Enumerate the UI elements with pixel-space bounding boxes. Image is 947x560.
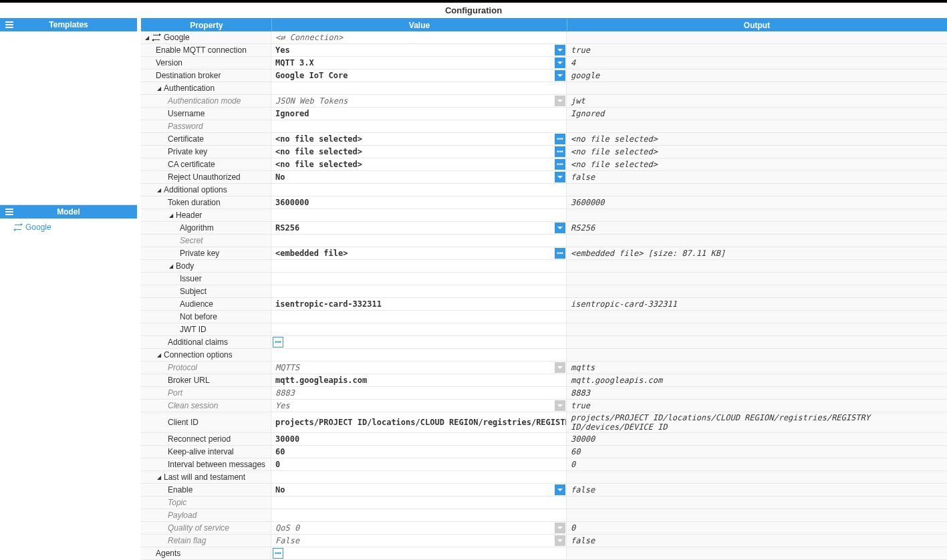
output-cell [567, 184, 947, 196]
value-cell[interactable] [271, 323, 567, 335]
value-cell[interactable] [271, 311, 567, 323]
value-cell[interactable]: Google IoT Core [271, 69, 567, 82]
expand-toggle-icon[interactable]: ◢ [156, 352, 162, 358]
hamburger-icon[interactable] [3, 18, 16, 31]
value-text [271, 189, 566, 190]
value-cell[interactable]: 60 [271, 446, 567, 458]
value-text [271, 88, 566, 89]
dropdown-button[interactable] [555, 45, 565, 55]
value-cell[interactable]: <no file selected>••• [271, 158, 567, 170]
output-cell: 3600000 [567, 196, 947, 208]
property-label: Clean session [168, 401, 218, 410]
expand-toggle-icon[interactable]: ◢ [156, 187, 162, 193]
property-label: JWT ID [180, 325, 207, 334]
property-row: JWT ID [141, 323, 947, 336]
value-cell[interactable] [271, 184, 567, 196]
value-cell[interactable]: 3600000 [271, 196, 567, 208]
value-cell[interactable] [271, 509, 567, 521]
property-row: Additional claims••• [141, 336, 947, 349]
output-cell: mqtt.googleapis.com [567, 374, 947, 386]
value-cell[interactable]: Yes [271, 400, 567, 412]
hamburger-icon[interactable] [3, 205, 16, 219]
value-cell[interactable]: JSON Web Tokens [271, 95, 567, 107]
property-cell: Token duration [141, 196, 271, 208]
property-label: Google [164, 33, 190, 42]
property-row: Broker URLmqtt.googleapis.commqtt.google… [141, 374, 947, 387]
value-cell[interactable]: Yes [271, 44, 567, 56]
value-cell[interactable]: <no file selected>••• [271, 146, 567, 158]
expand-toggle-icon[interactable]: ◢ [168, 263, 174, 269]
property-label: Topic [168, 498, 186, 507]
value-text: <⇄ Connection> [271, 32, 566, 43]
dropdown-button[interactable] [555, 172, 565, 182]
output-cell: true [567, 400, 947, 412]
value-cell[interactable]: No [271, 484, 567, 496]
value-cell[interactable]: Ignored [271, 108, 567, 120]
ellipsis-button[interactable]: ••• [555, 159, 565, 170]
ellipsis-button[interactable]: ••• [555, 146, 565, 157]
ellipsis-button[interactable]: ••• [555, 134, 565, 144]
property-label: Enable [168, 485, 192, 495]
value-text: JSON Web Tokens [271, 96, 555, 106]
property-row: AlgorithmRS256RS256 [141, 222, 947, 235]
value-cell[interactable] [271, 209, 567, 221]
value-cell[interactable]: 0 [271, 458, 567, 470]
property-label: Interval between messages [168, 460, 265, 469]
value-cell[interactable]: isentropic-card-332311 [271, 298, 567, 310]
dropdown-button[interactable] [555, 223, 565, 233]
value-cell[interactable]: mqtt.googleapis.com [271, 374, 567, 386]
property-label: Retain flag [168, 536, 206, 545]
property-row: Enable MQTT connectionYestrue [141, 44, 947, 57]
property-label: Secret [180, 236, 203, 245]
ellipsis-button[interactable]: ••• [273, 548, 283, 559]
value-cell[interactable]: MQTT 3.X [271, 57, 567, 69]
output-cell: google [567, 69, 947, 82]
value-cell[interactable] [271, 285, 567, 297]
value-text [271, 476, 566, 478]
expand-toggle-icon[interactable]: ◢ [168, 213, 174, 219]
property-row: ProtocolMQTTSmqtts [141, 362, 947, 374]
value-cell[interactable]: 8883 [271, 387, 567, 399]
value-cell[interactable] [271, 235, 567, 247]
property-grid-body: ◢Google<⇄ Connection>Enable MQTT connect… [141, 31, 947, 560]
value-cell[interactable] [271, 497, 567, 509]
value-text: isentropic-card-332311 [271, 299, 566, 309]
value-text: No [271, 484, 555, 495]
property-label: Destination broker [156, 71, 221, 80]
dropdown-button [555, 96, 565, 106]
value-cell[interactable]: RS256 [271, 222, 567, 234]
expand-toggle-icon[interactable]: ◢ [156, 474, 162, 480]
property-label: Private key [168, 147, 207, 156]
expand-toggle-icon[interactable]: ◢ [156, 86, 162, 92]
dropdown-button[interactable] [555, 484, 565, 495]
value-cell[interactable]: 30000 [271, 433, 567, 445]
dropdown-button[interactable] [555, 57, 565, 68]
property-cell: Algorithm [141, 222, 271, 234]
value-cell[interactable] [271, 120, 567, 132]
dropdown-button[interactable] [555, 70, 565, 81]
property-cell: Client ID [141, 412, 271, 432]
value-cell[interactable]: projects/PROJECT ID/locations/CLOUD REGI… [271, 412, 567, 432]
ellipsis-button[interactable]: ••• [555, 248, 565, 259]
value-cell[interactable] [271, 260, 567, 272]
value-cell[interactable]: No [271, 171, 567, 183]
property-cell: Enable [141, 484, 271, 496]
value-cell[interactable]: QoS 0 [271, 522, 567, 534]
model-item-google[interactable]: Google [0, 221, 137, 233]
value-cell[interactable] [271, 273, 567, 285]
value-cell[interactable]: MQTTS [271, 362, 567, 374]
value-cell[interactable]: <⇄ Connection> [271, 31, 567, 43]
value-cell[interactable] [271, 471, 567, 483]
value-cell[interactable]: <no file selected>••• [271, 133, 567, 145]
value-cell[interactable] [271, 349, 567, 361]
expand-toggle-icon[interactable]: ◢ [144, 35, 150, 41]
value-cell[interactable]: ••• [271, 336, 567, 348]
value-cell[interactable]: ••• [271, 547, 567, 559]
value-cell[interactable] [271, 82, 567, 94]
value-cell[interactable]: False [271, 535, 567, 547]
value-text [271, 354, 566, 356]
value-cell[interactable]: <embedded file>••• [271, 247, 567, 259]
property-label: Token duration [168, 198, 221, 207]
output-cell: 60 [567, 446, 947, 458]
ellipsis-button[interactable]: ••• [273, 337, 283, 347]
